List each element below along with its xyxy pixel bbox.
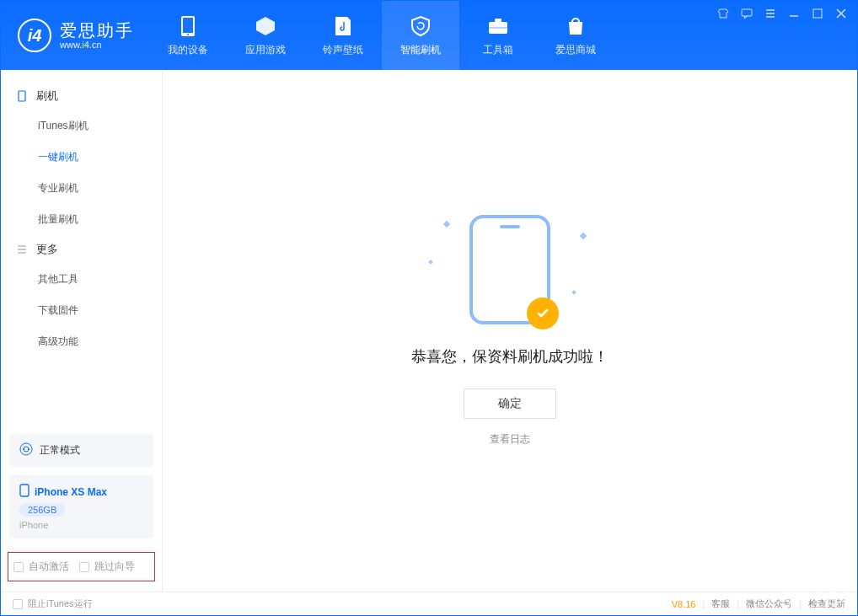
- success-message: 恭喜您，保资料刷机成功啦！: [411, 346, 609, 367]
- bag-icon: [566, 14, 585, 38]
- sparkle-icon: [580, 233, 587, 239]
- svg-rect-4: [495, 19, 501, 22]
- divider: |: [702, 599, 705, 609]
- sidebar: 刷机 iTunes刷机 一键刷机 专业刷机 批量刷机 更多 其他工具 下载固件 …: [1, 70, 163, 592]
- list-icon: [16, 244, 28, 255]
- main-tabs: 我的设备 应用游戏 铃声壁纸 智能刷机 工具箱 爱思商城: [149, 1, 614, 70]
- main-content: 恭喜您，保资料刷机成功啦！ 确定 查看日志: [163, 70, 857, 592]
- checkbox-label: 阻止iTunes运行: [28, 597, 93, 610]
- divider: |: [737, 599, 739, 609]
- device-name: iPhone XS Max: [35, 486, 107, 498]
- music-file-icon: [334, 14, 352, 38]
- phone-outline-icon: [16, 90, 28, 102]
- checkbox-label: 跳过向导: [94, 560, 135, 574]
- checkbox-block-itunes[interactable]: 阻止iTunes运行: [13, 597, 93, 610]
- view-log-link[interactable]: 查看日志: [490, 432, 530, 447]
- checkbox-label: 自动激活: [29, 560, 69, 574]
- svg-rect-6: [742, 9, 752, 16]
- svg-rect-1: [183, 18, 193, 33]
- footer: 阻止iTunes运行 V8.16 | 客服 | 微信公众号 | 检查更新: [1, 592, 857, 615]
- device-type: iPhone: [19, 520, 143, 530]
- tab-my-device[interactable]: 我的设备: [149, 1, 227, 70]
- svg-rect-9: [19, 91, 25, 101]
- sidebar-item-batch-flash[interactable]: 批量刷机: [1, 204, 162, 235]
- tab-label: 铃声壁纸: [323, 43, 363, 57]
- svg-point-10: [20, 443, 32, 455]
- group-label: 更多: [36, 242, 58, 257]
- sidebar-item-other-tools[interactable]: 其他工具: [1, 264, 162, 295]
- body: 刷机 iTunes刷机 一键刷机 专业刷机 批量刷机 更多 其他工具 下载固件 …: [1, 70, 857, 592]
- tab-label: 应用游戏: [245, 43, 286, 57]
- device-storage: 256GB: [19, 503, 65, 517]
- tab-toolbox[interactable]: 工具箱: [459, 1, 537, 70]
- device-mode-box[interactable]: 正常模式: [9, 434, 153, 467]
- svg-point-2: [187, 34, 189, 35]
- app-logo: i4 爱思助手 www.i4.cn: [1, 1, 149, 70]
- sidebar-item-advanced[interactable]: 高级功能: [1, 326, 162, 357]
- sparkle-icon: [443, 221, 450, 228]
- device-small-icon: [19, 484, 29, 500]
- menu-icon[interactable]: [761, 6, 780, 21]
- sidebar-item-download-firmware[interactable]: 下载固件: [1, 295, 162, 326]
- account-button[interactable]: [820, 580, 845, 605]
- phone-success-illustration: [469, 215, 550, 324]
- flash-options-row: 自动激活 跳过向导: [8, 552, 155, 581]
- device-mode-label: 正常模式: [40, 443, 80, 458]
- close-button[interactable]: [832, 6, 850, 21]
- briefcase-icon: [487, 14, 509, 38]
- tab-smart-flash[interactable]: 智能刷机: [382, 1, 459, 70]
- ok-button[interactable]: 确定: [464, 388, 556, 419]
- window-controls: [714, 1, 857, 70]
- sync-icon: [19, 442, 33, 458]
- sidebar-item-itunes-flash[interactable]: iTunes刷机: [1, 110, 162, 142]
- customer-service-link[interactable]: 客服: [711, 597, 730, 610]
- maximize-button[interactable]: [808, 6, 827, 21]
- checkbox-skip-guide[interactable]: 跳过向导: [79, 560, 135, 574]
- check-badge-icon: [527, 297, 559, 329]
- tab-store[interactable]: 爱思商城: [537, 1, 614, 70]
- checkbox-icon: [13, 599, 23, 609]
- device-info-box[interactable]: iPhone XS Max 256GB iPhone: [9, 475, 153, 538]
- download-button[interactable]: [783, 580, 808, 605]
- cube-icon: [255, 14, 276, 38]
- minimize-button[interactable]: [785, 6, 803, 21]
- skin-icon[interactable]: [714, 6, 732, 21]
- svg-rect-7: [813, 9, 822, 18]
- logo-icon: i4: [18, 19, 51, 52]
- svg-point-12: [28, 448, 29, 450]
- checkbox-auto-activate[interactable]: 自动激活: [13, 560, 69, 574]
- tab-label: 我的设备: [168, 43, 208, 57]
- shield-refresh-icon: [410, 14, 432, 38]
- checkbox-icon: [13, 562, 24, 572]
- app-subtitle: www.i4.cn: [60, 40, 134, 50]
- feedback-icon[interactable]: [737, 6, 756, 21]
- version-label: V8.16: [672, 599, 696, 609]
- sidebar-item-oneclick-flash[interactable]: 一键刷机: [1, 142, 162, 173]
- phone-icon: [180, 14, 196, 38]
- app-title: 爱思助手: [60, 21, 134, 40]
- tab-apps-games[interactable]: 应用游戏: [227, 1, 304, 70]
- sparkle-icon: [571, 290, 576, 295]
- group-label: 刷机: [36, 88, 58, 104]
- sidebar-item-pro-flash[interactable]: 专业刷机: [1, 173, 162, 204]
- tab-ringtones-wallpapers[interactable]: 铃声壁纸: [304, 1, 382, 70]
- svg-point-11: [23, 448, 24, 450]
- checkbox-icon: [79, 562, 89, 572]
- svg-rect-5: [489, 27, 507, 29]
- tab-label: 智能刷机: [400, 43, 441, 57]
- sidebar-group-flash: 刷机: [1, 82, 162, 110]
- tab-label: 爱思商城: [555, 43, 596, 57]
- tab-label: 工具箱: [483, 43, 513, 57]
- svg-point-8: [830, 588, 835, 593]
- sparkle-icon: [428, 260, 433, 265]
- app-window: i4 爱思助手 www.i4.cn 我的设备 应用游戏 铃声壁纸 智能刷机: [0, 0, 858, 616]
- svg-rect-13: [20, 485, 29, 496]
- header: i4 爱思助手 www.i4.cn 我的设备 应用游戏 铃声壁纸 智能刷机: [1, 1, 857, 70]
- sidebar-group-more: 更多: [1, 235, 162, 264]
